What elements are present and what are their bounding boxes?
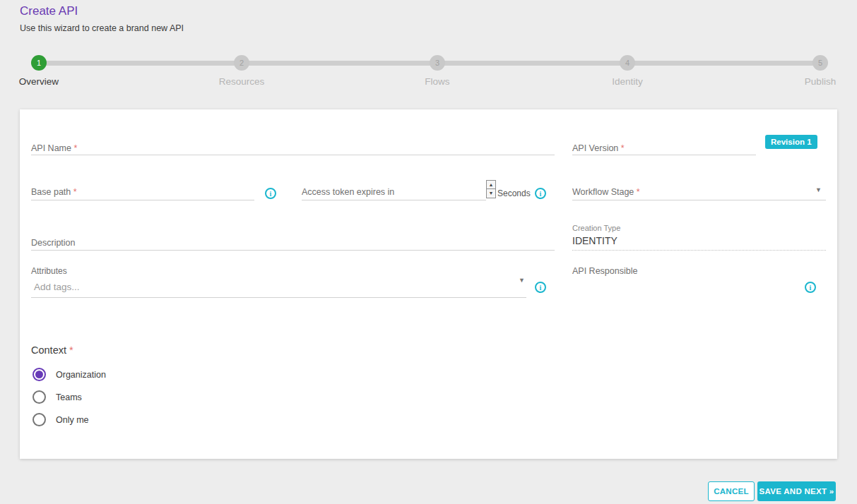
- required-asterisk: *: [73, 187, 77, 197]
- access-token-field[interactable]: Access token expires in: [302, 185, 394, 198]
- radio-teams[interactable]: Teams: [32, 390, 82, 404]
- step-label-overview: Overview: [0, 76, 88, 87]
- page-title: Create API: [20, 4, 78, 18]
- revision-badge: Revision 1: [765, 135, 817, 149]
- step-circle-publish[interactable]: 5: [812, 55, 828, 71]
- api-name-label: API Name *: [31, 143, 77, 153]
- workflow-stage-underline: [572, 200, 826, 200]
- api-version-field[interactable]: API Version *: [572, 141, 625, 154]
- api-version-underline: [572, 155, 756, 155]
- spinner-up-icon[interactable]: ▲: [486, 180, 496, 189]
- step-circle-resources[interactable]: 2: [234, 55, 249, 71]
- description-underline: [31, 250, 555, 251]
- workflow-stage-caret-down-icon[interactable]: ▼: [815, 186, 822, 193]
- save-and-next-button[interactable]: SAVE AND NEXT »: [757, 481, 836, 501]
- api-name-underline: [31, 155, 555, 155]
- base-path-underline: [31, 200, 254, 200]
- creation-type-underline: [572, 250, 826, 251]
- radio-selected-icon: [32, 368, 46, 381]
- access-token-label: Access token expires in: [302, 187, 394, 197]
- radio-unselected-icon: [32, 390, 46, 404]
- access-token-spinner: ▲ ▼: [486, 180, 496, 198]
- access-token-info-icon[interactable]: i: [535, 188, 546, 199]
- spinner-down-icon[interactable]: ▼: [486, 189, 496, 198]
- description-field[interactable]: Description: [31, 236, 76, 248]
- base-path-field[interactable]: Base path *: [31, 185, 77, 198]
- workflow-stage-select[interactable]: Workflow Stage *: [572, 185, 640, 198]
- api-name-field[interactable]: API Name *: [31, 141, 77, 154]
- attributes-label: Attributes: [31, 266, 67, 276]
- page-subtitle: Use this wizard to create a brand new AP…: [20, 23, 184, 33]
- required-asterisk: *: [73, 143, 77, 153]
- attributes-caret-down-icon[interactable]: ▼: [519, 277, 525, 284]
- form-card: [20, 109, 837, 459]
- creation-type-label: Creation Type: [572, 224, 620, 232]
- radio-teams-label: Teams: [56, 392, 82, 402]
- step-label-publish: Publish: [771, 76, 857, 87]
- cancel-button[interactable]: CANCEL: [708, 481, 755, 501]
- radio-unselected-icon: [32, 413, 46, 426]
- access-token-unit-label: Seconds: [497, 188, 531, 198]
- creation-type-value: IDENTITY: [572, 235, 617, 246]
- step-circle-flows[interactable]: 3: [430, 55, 445, 71]
- required-asterisk: *: [637, 187, 640, 197]
- radio-organization[interactable]: Organization: [32, 368, 106, 381]
- step-circle-overview[interactable]: 1: [31, 55, 47, 71]
- base-path-label: Base path *: [31, 187, 77, 197]
- required-asterisk: *: [69, 344, 73, 356]
- api-version-label: API Version *: [572, 143, 625, 153]
- base-path-info-icon[interactable]: i: [265, 188, 276, 199]
- step-label-identity: Identity: [578, 76, 677, 87]
- attributes-info-icon[interactable]: i: [535, 282, 546, 293]
- attributes-tags-input[interactable]: Add tags...: [34, 282, 80, 292]
- attributes-underline: [31, 297, 526, 298]
- description-label: Description: [31, 238, 76, 248]
- required-asterisk: *: [621, 143, 625, 153]
- step-label-resources: Resources: [192, 76, 291, 87]
- workflow-stage-label: Workflow Stage *: [572, 187, 640, 197]
- radio-only-me-label: Only me: [56, 415, 89, 425]
- radio-only-me[interactable]: Only me: [32, 413, 89, 426]
- radio-organization-label: Organization: [56, 370, 106, 380]
- context-label: Context *: [31, 344, 73, 356]
- api-responsible-label: API Responsible: [572, 266, 637, 276]
- api-responsible-info-icon[interactable]: i: [805, 282, 816, 293]
- step-circle-identity[interactable]: 4: [620, 55, 635, 71]
- step-label-flows: Flows: [388, 76, 487, 87]
- access-token-underline: [302, 200, 486, 200]
